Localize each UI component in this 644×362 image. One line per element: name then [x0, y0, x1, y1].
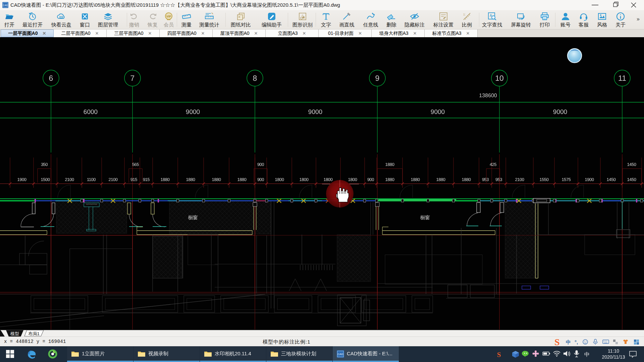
- svg-text:模型: 模型: [10, 331, 19, 336]
- svg-text:350: 350: [41, 162, 48, 167]
- svg-text:S: S: [554, 338, 560, 346]
- svg-text:1900: 1900: [585, 177, 594, 182]
- svg-text:900: 900: [367, 177, 374, 182]
- svg-text:1880: 1880: [436, 177, 445, 182]
- svg-text:1550: 1550: [540, 177, 549, 182]
- svg-text:1880: 1880: [385, 177, 394, 182]
- svg-text:425: 425: [490, 162, 496, 167]
- svg-text:1450: 1450: [627, 177, 636, 182]
- svg-text:9000: 9000: [186, 109, 200, 116]
- svg-text:1800: 1800: [348, 177, 357, 182]
- svg-text:138600: 138600: [479, 93, 497, 99]
- svg-text:1880: 1880: [411, 177, 420, 182]
- svg-text:1500: 1500: [41, 177, 50, 182]
- svg-text:11: 11: [618, 74, 626, 82]
- svg-text:9: 9: [375, 74, 380, 82]
- svg-text:2100: 2100: [109, 177, 118, 182]
- svg-text:565: 565: [132, 162, 139, 167]
- svg-text:CAD: CAD: [338, 353, 343, 356]
- svg-text:1450: 1450: [607, 177, 616, 182]
- svg-text:1575: 1575: [562, 177, 571, 182]
- svg-text:CAD: CAD: [3, 4, 8, 6]
- svg-text:中: 中: [566, 339, 571, 345]
- svg-text:2100: 2100: [515, 177, 524, 182]
- svg-text:1880: 1880: [462, 177, 471, 182]
- svg-text:2100: 2100: [65, 177, 74, 182]
- svg-text:S: S: [497, 351, 501, 359]
- svg-text:953: 953: [495, 177, 502, 182]
- svg-text:9000: 9000: [308, 109, 322, 116]
- svg-text:915: 915: [130, 177, 137, 182]
- svg-text:布局1: 布局1: [28, 331, 39, 336]
- svg-text:°,: °,: [575, 339, 578, 345]
- svg-text:7: 7: [130, 74, 135, 82]
- svg-text:8: 8: [253, 74, 257, 82]
- svg-text:953: 953: [482, 177, 489, 182]
- svg-text:1800: 1800: [300, 177, 309, 182]
- svg-text:9000: 9000: [553, 109, 567, 116]
- svg-text:1880: 1880: [186, 177, 195, 182]
- svg-text:1880: 1880: [212, 177, 221, 182]
- svg-text:中: 中: [584, 352, 590, 357]
- svg-text:1450: 1450: [627, 162, 636, 167]
- svg-text:6: 6: [49, 74, 53, 82]
- svg-text:1880: 1880: [161, 177, 170, 182]
- svg-text:6000: 6000: [84, 109, 98, 116]
- svg-text:1:: 1:: [463, 13, 466, 16]
- svg-text:1800: 1800: [324, 177, 333, 182]
- svg-text:1880: 1880: [237, 177, 247, 182]
- svg-text:9000: 9000: [431, 109, 445, 116]
- svg-text:10: 10: [495, 74, 504, 82]
- svg-text:1880: 1880: [385, 162, 394, 167]
- svg-text:1900: 1900: [17, 177, 26, 182]
- svg-text:900: 900: [257, 177, 264, 182]
- svg-text:1100: 1100: [87, 177, 96, 182]
- svg-text:915: 915: [143, 177, 150, 182]
- svg-text:橱窗: 橱窗: [188, 215, 198, 221]
- svg-text:VIP: VIP: [166, 15, 171, 18]
- svg-text:900: 900: [257, 162, 264, 167]
- svg-text:1800: 1800: [275, 177, 284, 182]
- svg-text:橱窗: 橱窗: [420, 215, 430, 221]
